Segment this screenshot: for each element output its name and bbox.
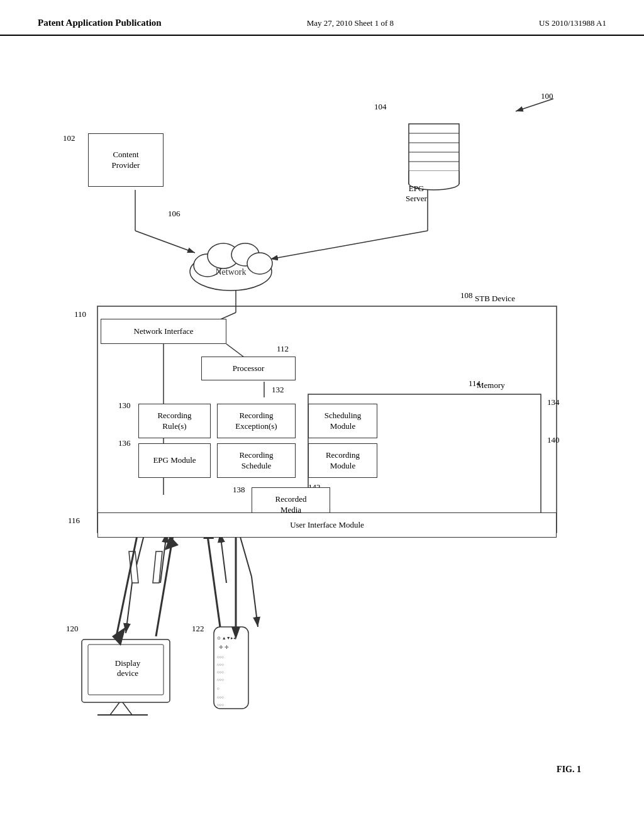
recording-module-box: Recording Module (308, 443, 377, 478)
recording-exceptions-box: Recording Exception(s) (217, 404, 296, 438)
network-cloud: Network (186, 224, 277, 294)
ref-116: 116 (68, 516, 80, 526)
memory-label: Memory (477, 380, 505, 390)
ref-102: 102 (63, 133, 75, 143)
content-provider-label: Content Provider (112, 150, 140, 171)
fig-label: FIG. 1 (557, 765, 581, 775)
svg-line-16 (252, 577, 258, 627)
network-interface-box: Network Interface (101, 319, 226, 344)
svg-text:○○○: ○○○ (217, 670, 224, 674)
svg-line-54 (208, 536, 220, 627)
header-left: Patent Application Publication (38, 18, 162, 28)
svg-text:○○○: ○○○ (217, 678, 224, 682)
svg-text:○○○: ○○○ (217, 703, 224, 707)
svg-text:○: ○ (217, 687, 219, 690)
svg-marker-46 (129, 551, 138, 583)
ref-122: 122 (192, 624, 204, 634)
diagram-area: ⊙ ▲▼▸◂ ✛ ✛ ○○○ ○○○ ○○○ ○○○ ○ ○○○ ○○○ 100… (0, 36, 644, 809)
stb-device-label: STB Device (475, 294, 515, 304)
ref-130: 130 (118, 401, 131, 411)
page-header: Patent Application Publication May 27, 2… (0, 0, 644, 36)
ref-112: 112 (277, 344, 289, 354)
ref-132: 132 (272, 385, 284, 395)
svg-line-6 (270, 231, 428, 259)
svg-line-48 (116, 536, 137, 636)
svg-text:○○○: ○○○ (217, 663, 224, 667)
processor-box: Processor (201, 357, 296, 380)
svg-rect-27 (409, 171, 459, 184)
ref-110: 110 (74, 309, 86, 319)
svg-point-60 (247, 253, 272, 274)
svg-line-14 (160, 533, 167, 583)
scheduling-module-box: Scheduling Module (308, 404, 377, 438)
svg-line-13 (126, 583, 132, 633)
svg-line-50 (156, 536, 173, 636)
svg-line-33 (123, 702, 132, 715)
recording-schedule-box: Recording Schedule (217, 443, 296, 478)
header-right: US 2010/131988 A1 (539, 18, 606, 28)
svg-marker-49 (112, 627, 126, 646)
svg-marker-47 (153, 551, 162, 583)
svg-marker-53 (231, 627, 240, 639)
epg-module-box: EPG Module (138, 443, 211, 478)
svg-text:⊙ ▲▼▸◂: ⊙ ▲▼▸◂ (217, 636, 236, 641)
svg-text:Network: Network (216, 267, 247, 277)
ref-140: 140 (547, 435, 560, 445)
svg-rect-36 (214, 627, 248, 709)
ref-134: 134 (547, 397, 560, 407)
content-provider-box: Content Provider (88, 133, 164, 187)
ref-100: 100 (541, 91, 553, 101)
ref-104: 104 (374, 102, 387, 112)
recording-rules-box: Recording Rule(s) (138, 404, 211, 438)
svg-line-31 (110, 702, 119, 715)
svg-rect-20 (409, 124, 459, 184)
ref-138: 138 (233, 485, 245, 495)
svg-text:✛ ✛: ✛ ✛ (219, 645, 229, 650)
header-center: May 27, 2010 Sheet 1 of 8 (307, 18, 394, 28)
svg-text:○○○: ○○○ (217, 695, 224, 699)
svg-line-17 (220, 533, 226, 583)
ref-106: 106 (168, 209, 180, 219)
svg-line-12 (132, 533, 145, 583)
svg-line-15 (239, 533, 252, 577)
ref-120: 120 (66, 624, 79, 634)
display-device-label: Display device (93, 658, 162, 678)
svg-text:○○○: ○○○ (217, 655, 224, 659)
svg-marker-51 (165, 536, 179, 550)
ref-136: 136 (118, 438, 131, 448)
ref-108: 108 (460, 290, 473, 301)
user-interface-module-box: User Interface Module (97, 512, 557, 538)
epg-server-label: EPG Server (406, 184, 427, 204)
